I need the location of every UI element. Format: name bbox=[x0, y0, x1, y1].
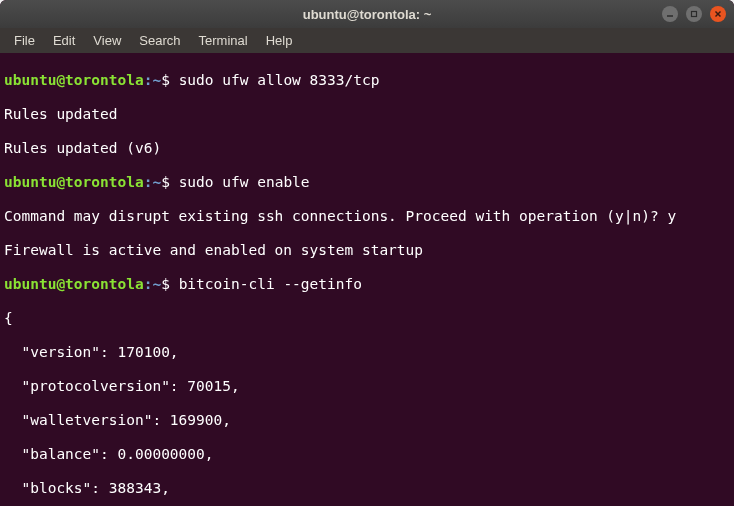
menu-help[interactable]: Help bbox=[258, 30, 301, 51]
maximize-icon bbox=[690, 10, 698, 18]
close-icon bbox=[714, 10, 722, 18]
prompt-dollar: $ bbox=[161, 276, 170, 292]
prompt-path: ~ bbox=[152, 72, 161, 88]
prompt-user: ubuntu@torontola bbox=[4, 276, 144, 292]
terminal-line: Rules updated bbox=[4, 106, 730, 123]
prompt-user: ubuntu@torontola bbox=[4, 174, 144, 190]
maximize-button[interactable] bbox=[686, 6, 702, 22]
terminal-body[interactable]: ubuntu@torontola:~$ sudo ufw allow 8333/… bbox=[0, 53, 734, 506]
terminal-line: Rules updated (v6) bbox=[4, 140, 730, 157]
terminal-line: "protocolversion": 70015, bbox=[4, 378, 730, 395]
terminal-line: "balance": 0.00000000, bbox=[4, 446, 730, 463]
terminal-line: Firewall is active and enabled on system… bbox=[4, 242, 730, 259]
menu-view[interactable]: View bbox=[85, 30, 129, 51]
svg-rect-1 bbox=[692, 12, 697, 17]
command-1: sudo ufw allow 8333/tcp bbox=[179, 72, 380, 88]
terminal-line: "version": 170100, bbox=[4, 344, 730, 361]
prompt-dollar: $ bbox=[161, 72, 170, 88]
terminal-line: "blocks": 388343, bbox=[4, 480, 730, 497]
terminal-window: ubuntu@torontola: ~ File Edit View Searc… bbox=[0, 0, 734, 506]
menu-search[interactable]: Search bbox=[131, 30, 188, 51]
prompt-user: ubuntu@torontola bbox=[4, 72, 144, 88]
prompt-dollar: $ bbox=[161, 174, 170, 190]
command-2: sudo ufw enable bbox=[179, 174, 310, 190]
menubar: File Edit View Search Terminal Help bbox=[0, 28, 734, 53]
minimize-button[interactable] bbox=[662, 6, 678, 22]
prompt-path: ~ bbox=[152, 276, 161, 292]
menu-edit[interactable]: Edit bbox=[45, 30, 83, 51]
command-3: bitcoin-cli --getinfo bbox=[179, 276, 362, 292]
terminal-line: ubuntu@torontola:~$ sudo ufw allow 8333/… bbox=[4, 72, 730, 89]
terminal-line: ubuntu@torontola:~$ sudo ufw enable bbox=[4, 174, 730, 191]
prompt-path: ~ bbox=[152, 174, 161, 190]
terminal-line: Command may disrupt existing ssh connect… bbox=[4, 208, 730, 225]
close-button[interactable] bbox=[710, 6, 726, 22]
window-title: ubuntu@torontola: ~ bbox=[303, 7, 432, 22]
terminal-line: ubuntu@torontola:~$ bitcoin-cli --getinf… bbox=[4, 276, 730, 293]
menu-file[interactable]: File bbox=[6, 30, 43, 51]
terminal-line: "walletversion": 169900, bbox=[4, 412, 730, 429]
window-controls bbox=[662, 6, 726, 22]
menu-terminal[interactable]: Terminal bbox=[191, 30, 256, 51]
titlebar[interactable]: ubuntu@torontola: ~ bbox=[0, 0, 734, 28]
terminal-line: { bbox=[4, 310, 730, 327]
minimize-icon bbox=[666, 10, 674, 18]
